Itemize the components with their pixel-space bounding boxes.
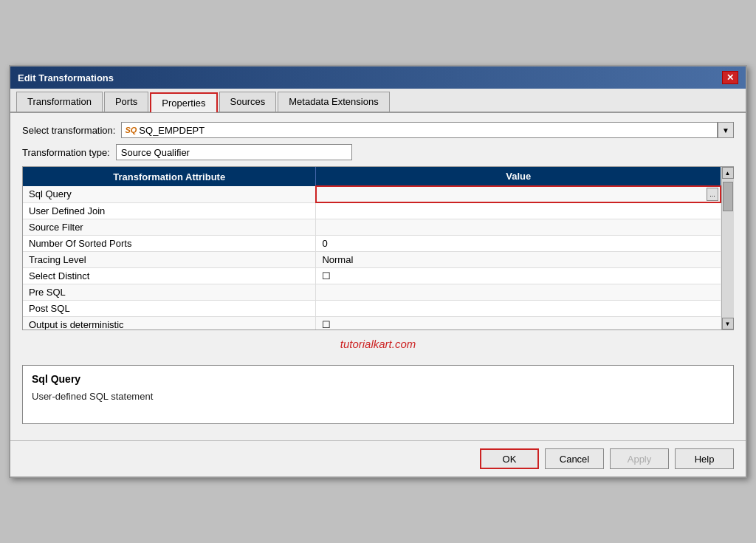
scroll-thumb[interactable]: [723, 182, 733, 211]
table-scroll-area[interactable]: Transformation Attribute Value Sql Query…: [23, 167, 721, 329]
col-header-value: Value: [316, 167, 721, 186]
transformation-name: SQ_EMPDEPT: [139, 125, 205, 136]
table-row[interactable]: Select Distinct☐: [23, 267, 721, 284]
attr-cell: Number Of Sorted Ports: [23, 235, 316, 251]
table-row[interactable]: Post SQL: [23, 300, 721, 316]
cancel-button[interactable]: Cancel: [545, 448, 604, 469]
table-row[interactable]: Sql Query...: [23, 186, 721, 202]
dialog-footer: OK Cancel Apply Help: [10, 440, 746, 477]
watermark: tutorialkart.com: [22, 330, 734, 358]
help-button[interactable]: Help: [675, 448, 734, 469]
tab-properties[interactable]: Properties: [150, 92, 217, 112]
scroll-track: [722, 179, 734, 318]
value-cell[interactable]: [316, 219, 721, 235]
dialog-title: Edit Transformations: [18, 72, 114, 83]
description-box: Sql Query User-defined SQL statement: [22, 365, 734, 424]
table-row[interactable]: Source Filter: [23, 219, 721, 235]
sql-query-input[interactable]: [318, 188, 707, 201]
transformation-type-label: Transformation type:: [22, 147, 110, 158]
attributes-table-container: Transformation Attribute Value Sql Query…: [22, 166, 734, 330]
attr-cell: Source Filter: [23, 219, 316, 235]
select-transformation-row: Select transformation: SQ SQ_EMPDEPT ▼: [22, 122, 734, 138]
value-cell[interactable]: Normal: [316, 251, 721, 267]
dialog-content: Select transformation: SQ SQ_EMPDEPT ▼ T…: [10, 113, 746, 440]
attr-cell: Pre SQL: [23, 284, 316, 300]
value-cell[interactable]: ☐: [316, 267, 721, 284]
transformation-selector: SQ SQ_EMPDEPT ▼: [121, 122, 734, 138]
table-row[interactable]: Tracing LevelNormal: [23, 251, 721, 267]
value-cell[interactable]: ...: [316, 186, 721, 202]
tab-bar: Transformation Ports Properties Sources …: [10, 89, 746, 113]
transformation-dropdown-button[interactable]: ▼: [718, 122, 734, 138]
col-header-attr: Transformation Attribute: [23, 167, 316, 186]
table-row[interactable]: Number Of Sorted Ports0: [23, 235, 721, 251]
attr-cell: Sql Query: [23, 186, 316, 202]
value-cell[interactable]: 0: [316, 235, 721, 251]
value-cell[interactable]: [316, 284, 721, 300]
attr-cell: Output is deterministic: [23, 316, 316, 329]
scroll-up-button[interactable]: ▲: [722, 167, 734, 179]
attr-cell: Post SQL: [23, 300, 316, 316]
sql-query-button[interactable]: ...: [707, 188, 718, 201]
description-text: User-defined SQL statement: [32, 391, 724, 402]
value-cell[interactable]: [316, 202, 721, 219]
sq-icon: SQ: [125, 126, 137, 134]
description-title: Sql Query: [32, 373, 724, 385]
transformation-type-input[interactable]: [116, 144, 352, 160]
table-row[interactable]: Pre SQL: [23, 284, 721, 300]
tab-transformation[interactable]: Transformation: [16, 92, 103, 112]
edit-transformations-dialog: Edit Transformations ✕ Transformation Po…: [9, 65, 747, 478]
table-row[interactable]: Output is deterministic☐: [23, 316, 721, 329]
attributes-table: Transformation Attribute Value Sql Query…: [23, 167, 721, 329]
tab-metadata-extensions[interactable]: Metadata Extensions: [278, 92, 389, 112]
title-bar: Edit Transformations ✕: [10, 66, 746, 89]
value-cell[interactable]: [316, 300, 721, 316]
close-button[interactable]: ✕: [722, 71, 738, 84]
ok-button[interactable]: OK: [480, 448, 539, 469]
select-transformation-label: Select transformation:: [22, 125, 115, 136]
table-scrollbar[interactable]: ▲ ▼: [721, 167, 733, 329]
apply-button[interactable]: Apply: [610, 448, 669, 469]
tab-sources[interactable]: Sources: [219, 92, 277, 112]
transformation-type-row: Transformation type:: [22, 144, 734, 160]
tab-ports[interactable]: Ports: [104, 92, 148, 112]
attr-cell: Select Distinct: [23, 267, 316, 284]
value-cell[interactable]: ☐: [316, 316, 721, 329]
attr-cell: User Defined Join: [23, 202, 316, 219]
attr-cell: Tracing Level: [23, 251, 316, 267]
scroll-down-button[interactable]: ▼: [722, 318, 734, 329]
table-row[interactable]: User Defined Join: [23, 202, 721, 219]
